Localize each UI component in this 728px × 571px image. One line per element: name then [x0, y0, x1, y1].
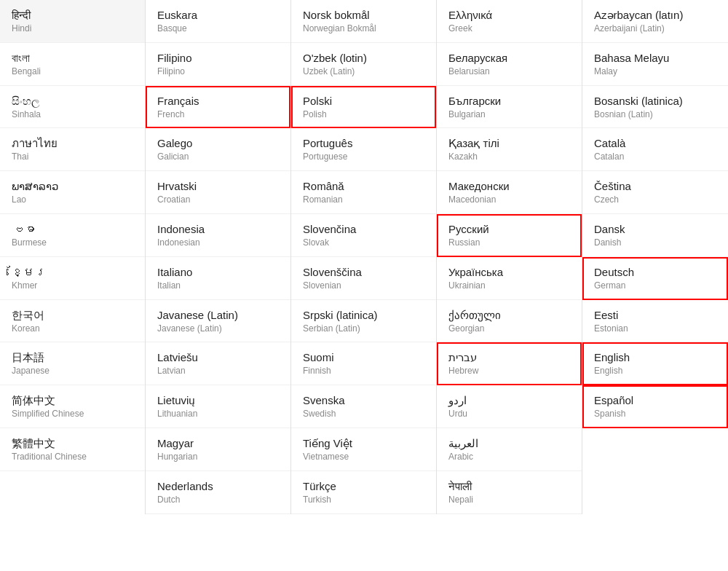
language-item[interactable]: SuomiFinnish — [291, 342, 436, 385]
language-column-4: ΕλληνικάGreekБеларускаяBelarusianБългарс… — [437, 0, 582, 514]
language-item[interactable]: EuskaraBasque — [146, 0, 290, 43]
language-item[interactable]: Azərbaycan (latın)Azerbaijani (Latin) — [582, 0, 728, 43]
language-english-name: Arabic — [448, 451, 570, 463]
language-item[interactable]: Tiếng ViệtVietnamese — [291, 428, 436, 471]
language-item[interactable]: EestiEstonian — [582, 300, 728, 343]
language-english-name: Czech — [594, 194, 716, 206]
language-item[interactable]: Javanese (Latin)Javanese (Latin) — [146, 300, 290, 343]
language-item[interactable]: ខ្មែរKhmer — [0, 257, 145, 300]
language-item[interactable]: HrvatskiCroatian — [146, 171, 290, 214]
language-item[interactable]: TürkçeTurkish — [291, 471, 436, 514]
language-item[interactable]: БеларускаяBelarusian — [437, 43, 582, 86]
language-native-name: Italiano — [157, 264, 279, 280]
language-item[interactable]: NederlandsDutch — [146, 471, 290, 514]
language-native-name: हिन्दी — [12, 7, 133, 23]
language-item[interactable]: CatalàCatalan — [582, 128, 728, 171]
language-item[interactable]: IndonesiaIndonesian — [146, 214, 290, 257]
language-grid: हिन्दीHindiবাংলাBengaliසිංහලSinhalaภาษาไ… — [0, 0, 728, 514]
language-item[interactable]: ภาษาไทยThai — [0, 128, 145, 171]
language-native-name: Euskara — [157, 7, 279, 23]
language-item[interactable]: 繁體中文Traditional Chinese — [0, 428, 145, 471]
language-english-name: Dutch — [157, 494, 279, 506]
language-item[interactable]: नेपालीNepali — [437, 471, 582, 514]
language-item[interactable]: Norsk bokmålNorwegian Bokmål — [291, 0, 436, 43]
language-item[interactable]: МакедонскиMacedonian — [437, 171, 582, 214]
language-english-name: Bosnian (Latin) — [594, 109, 716, 121]
language-english-name: Greek — [448, 23, 570, 35]
language-item[interactable]: Srpski (latinica)Serbian (Latin) — [291, 300, 436, 343]
language-native-name: 繁體中文 — [12, 436, 133, 451]
language-item[interactable]: ქართულიGeorgian — [437, 300, 582, 343]
language-english-name: Indonesian — [157, 237, 279, 249]
language-native-name: বাংলা — [12, 50, 133, 66]
language-native-name: Javanese (Latin) — [157, 307, 279, 323]
language-native-name: Magyar — [157, 436, 279, 451]
language-item[interactable]: Bosanski (latinica)Bosnian (Latin) — [582, 86, 728, 129]
language-item[interactable]: हिन्दीHindi — [0, 0, 145, 43]
language-native-name: 한국어 — [12, 307, 133, 323]
language-english-name: Russian — [448, 237, 570, 249]
language-english-name: Polish — [303, 109, 424, 121]
language-item[interactable]: 简体中文Simplified Chinese — [0, 385, 145, 428]
language-english-name: Catalan — [594, 151, 716, 163]
language-native-name: Hrvatski — [157, 178, 279, 194]
language-native-name: العربية — [448, 436, 570, 451]
language-item[interactable]: РусскийRussian — [437, 214, 582, 257]
language-english-name: Turkish — [303, 494, 424, 506]
language-item[interactable]: EspañolSpanish — [582, 385, 728, 428]
language-item[interactable]: ČeštinaCzech — [582, 171, 728, 214]
language-item[interactable]: עבריתHebrew — [437, 342, 582, 385]
language-item[interactable]: SlovenčinaSlovak — [291, 214, 436, 257]
language-column-2: EuskaraBasqueFilipinoFilipinoFrançaisFre… — [146, 0, 291, 514]
language-native-name: සිංහල — [12, 93, 133, 109]
language-native-name: Deutsch — [594, 264, 716, 280]
language-item[interactable]: RomânăRomanian — [291, 171, 436, 214]
language-native-name: Azərbaycan (latın) — [594, 7, 716, 23]
language-item[interactable]: SvenskaSwedish — [291, 385, 436, 428]
language-english-name: Portuguese — [303, 151, 424, 163]
language-item[interactable]: 한국어Korean — [0, 300, 145, 343]
language-native-name: Polski — [303, 93, 424, 109]
language-item[interactable]: PolskiPolish — [291, 86, 436, 129]
language-item[interactable]: MagyarHungarian — [146, 428, 290, 471]
language-item[interactable]: FilipinoFilipino — [146, 43, 290, 86]
language-item[interactable]: LietuviųLithuanian — [146, 385, 290, 428]
language-item[interactable]: EnglishEnglish — [582, 342, 728, 385]
language-item[interactable]: Bahasa MelayuMalay — [582, 43, 728, 86]
language-item[interactable]: O'zbek (lotin)Uzbek (Latin) — [291, 43, 436, 86]
language-item[interactable]: বাংলাBengali — [0, 43, 145, 86]
language-item[interactable]: БългарскиBulgarian — [437, 86, 582, 129]
language-native-name: Tiếng Việt — [303, 436, 424, 451]
language-column-1: हिन्दीHindiবাংলাBengaliසිංහලSinhalaภาษาไ… — [0, 0, 146, 514]
language-item[interactable]: Қазақ тіліKazakh — [437, 128, 582, 171]
language-item[interactable]: العربيةArabic — [437, 428, 582, 471]
language-native-name: Dansk — [594, 221, 716, 237]
language-item[interactable]: اردوUrdu — [437, 385, 582, 428]
language-item[interactable]: ဗမာBurmese — [0, 214, 145, 257]
language-native-name: Català — [594, 135, 716, 151]
language-native-name: Türkçe — [303, 479, 424, 494]
language-item[interactable]: ΕλληνικάGreek — [437, 0, 582, 43]
language-native-name: עברית — [448, 350, 570, 365]
language-native-name: Svenska — [303, 393, 424, 408]
language-item[interactable]: DanskDanish — [582, 214, 728, 257]
language-english-name: Romanian — [303, 194, 424, 206]
language-english-name: German — [594, 280, 716, 292]
language-item[interactable]: LatviešuLatvian — [146, 342, 290, 385]
language-item[interactable]: සිංහලSinhala — [0, 86, 145, 129]
language-item[interactable]: PortuguêsPortuguese — [291, 128, 436, 171]
language-item[interactable]: 日本語Japanese — [0, 342, 145, 385]
language-native-name: Беларуская — [448, 50, 570, 66]
language-english-name: Croatian — [157, 194, 279, 206]
language-item[interactable]: GalegoGalician — [146, 128, 290, 171]
language-item[interactable]: ItalianoItalian — [146, 257, 290, 300]
language-item[interactable]: УкраїнськаUkrainian — [437, 257, 582, 300]
language-item[interactable]: FrançaisFrench — [146, 86, 290, 129]
language-english-name: Bengali — [12, 66, 133, 78]
language-item[interactable]: ພາສາລາວLao — [0, 171, 145, 214]
language-column-5: Azərbaycan (latın)Azerbaijani (Latin)Bah… — [582, 0, 728, 514]
language-native-name: English — [594, 350, 716, 365]
language-item[interactable]: DeutschGerman — [582, 257, 728, 300]
language-native-name: Suomi — [303, 350, 424, 365]
language-item[interactable]: SlovenščinaSlovenian — [291, 257, 436, 300]
